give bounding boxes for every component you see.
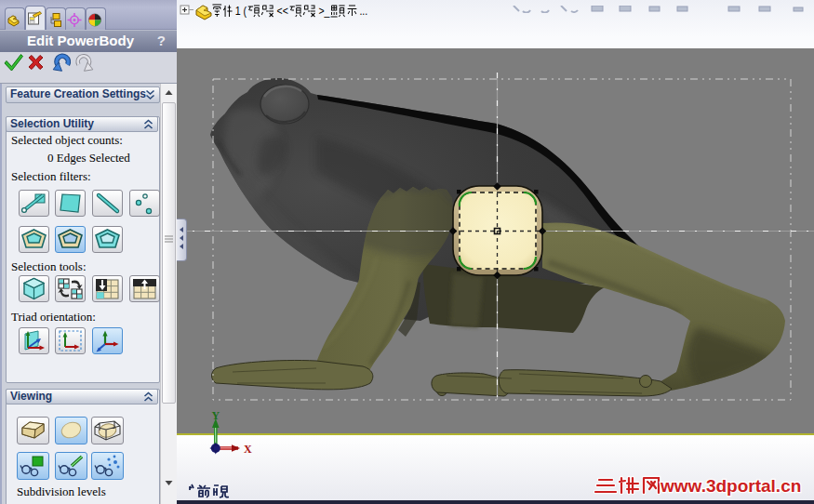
svg-text:>_: >_	[318, 5, 330, 17]
svg-text:<<: <<	[277, 5, 289, 17]
svg-text:...: ...	[359, 5, 367, 17]
svg-text:www.3dportal.cn: www.3dportal.cn	[660, 476, 801, 496]
svg-text:X: X	[244, 443, 252, 456]
svg-text:1 (: 1 (	[235, 5, 247, 17]
